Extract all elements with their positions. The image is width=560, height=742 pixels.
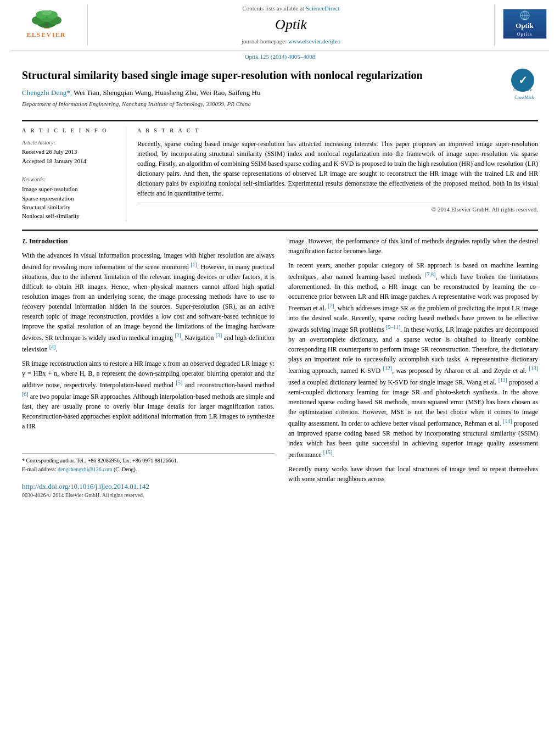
section1-name: Introduction [29,237,68,245]
crossmark-logo: ✓ CrossMark CrossMark [511,68,538,96]
page-footer: http://dx.doi.org/10.1016/j.ijleo.2014.0… [22,482,275,499]
ref-7[interactable]: [7] [328,303,334,309]
ref-13[interactable]: [13] [529,365,538,371]
section1-para1: With the advances in visual information … [22,250,275,354]
article-authors: Chengzhi Deng*, Wei Tian, Shengqian Wang… [22,88,500,98]
main-left-column: 1. Introduction With the advances in vis… [22,236,275,499]
ref-5[interactable]: [5] [176,380,183,386]
accepted-date: Accepted 18 January 2014 [22,157,117,165]
footnotes-area: * Corresponding author. Tel.: +86 820869… [22,453,275,473]
abstract-column: A B S T R A C T Recently, sparse coding … [137,127,538,221]
copyright-line: © 2014 Elsevier GmbH. All rights reserve… [137,203,538,214]
svg-text:✓: ✓ [518,74,528,86]
section1-number: 1. [22,237,27,245]
issn-line: 0030-4026/© 2014 Elsevier GmbH. All righ… [22,492,275,499]
article-history-label: Article history: [22,139,117,147]
elsevier-logo: ELSEVIER [16,10,77,40]
elsevier-brand-text: ELSEVIER [27,31,66,39]
sciencedirect-link[interactable]: ScienceDirect [306,5,340,12]
journal-title: Optik [275,15,307,35]
optik-logo-area: Optik Optics [494,4,549,46]
elsevier-tree-icon [25,10,69,30]
sciencedirect-line: Contents lists available at ScienceDirec… [242,4,339,13]
journal-homepage-line: journal homepage: www.elsevier.de/ijleo [242,37,340,46]
doi-line: Optik 125 (2014) 4005–4008 [0,51,560,62]
ref-7-8[interactable]: [7,8] [425,271,435,277]
keyword-3: Structural similarity [22,203,117,211]
ref-3[interactable]: [3] [216,332,222,338]
right-para3: Recently many works have shown that loca… [288,464,538,484]
optik-logo-subtext: Optics [517,31,532,37]
doi-link[interactable]: http://dx.doi.org/10.1016/j.ijleo.2014.0… [22,482,149,490]
abstract-heading: A B S T R A C T [137,127,538,135]
keyword-1: Image super-resolution [22,185,117,193]
received-date: Received 26 July 2013 [22,148,117,156]
ref-15[interactable]: [15] [323,449,333,455]
article-body: Structural similarity based single image… [0,63,560,510]
right-para1: image. However, the performance of this … [288,236,538,256]
abstract-text: Recently, sparse coding based image supe… [137,139,538,198]
ref-9-11[interactable]: [9–11] [386,324,400,330]
optik-logo: Optik Optics [503,9,547,42]
article-info-heading: A R T I C L E I N F O [22,127,117,135]
ref-6[interactable]: [6] [22,391,29,397]
ref-2[interactable]: [2] [175,332,181,338]
optik-logo-text: Optik [516,21,534,31]
ref-12[interactable]: [12] [383,365,392,371]
article-info-column: A R T I C L E I N F O Article history: R… [22,127,126,221]
svg-point-8 [46,24,48,26]
ref-4[interactable]: [4] [49,344,56,350]
footnote-email-line: E-mail address: dengchengzhi@126.com (C.… [22,466,275,473]
section1-para2: SR image reconstruction aims to restore … [22,359,275,431]
journal-header-center: Contents lists available at ScienceDirec… [88,4,494,46]
crossmark-text: CrossMark [511,94,538,101]
keyword-4: Nonlocal self-similarity [22,212,117,220]
article-title-section: Structural similarity based single image… [22,68,538,116]
footnote-email-link[interactable]: dengchengzhi@126.com [58,466,112,472]
article-title: Structural similarity based single image… [22,68,500,82]
ref-1[interactable]: [1] [191,261,197,267]
main-content: 1. Introduction With the advances in vis… [22,230,538,499]
article-affiliation: Department of Information Engineering, N… [22,100,500,108]
keyword-2: Sparse representation [22,194,117,203]
svg-text:CrossMark: CrossMark [513,88,532,92]
journal-header: ELSEVIER Contents lists available at Sci… [11,0,549,51]
journal-homepage-link[interactable]: www.elsevier.de/ijleo [288,38,340,44]
right-para2: In recent years, another popular categor… [288,260,538,460]
article-info-abstract-section: A R T I C L E I N F O Article history: R… [22,120,538,221]
optik-icon [517,10,533,21]
author-deng-link[interactable]: Chengzhi Deng*, [22,88,72,97]
main-right-column: image. However, the performance of this … [288,236,538,499]
ref-11[interactable]: [11] [499,377,507,383]
section1-title: 1. Introduction [22,236,275,246]
keywords-label: Keywords: [22,176,117,183]
ref-14[interactable]: [14] [503,418,512,424]
article-title-text-block: Structural similarity based single image… [22,68,500,112]
elsevier-logo-area: ELSEVIER [11,4,88,46]
footnote-star: * Corresponding author. Tel.: +86 820869… [22,457,275,465]
